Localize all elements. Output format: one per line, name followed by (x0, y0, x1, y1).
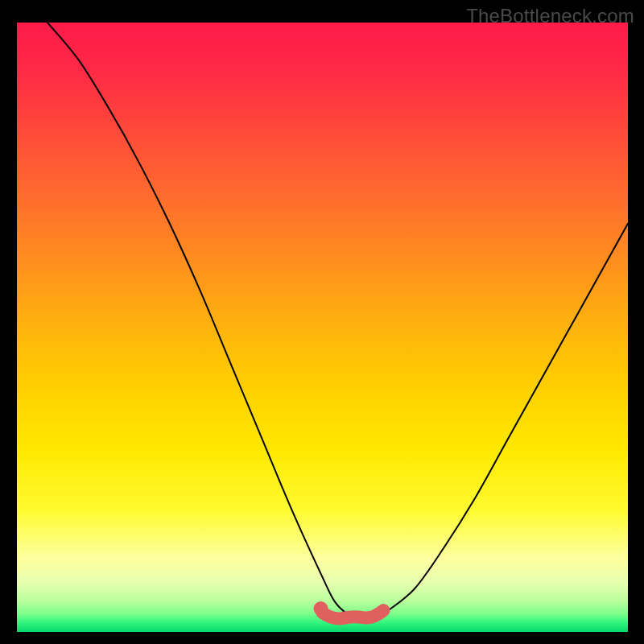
chart-frame: TheBottleneck.com (0, 0, 644, 644)
plot-area (17, 23, 628, 632)
curve-svg (17, 23, 628, 632)
optimal-zone-highlight (323, 610, 384, 618)
bottleneck-curve-line (47, 23, 628, 621)
watermark-text: TheBottleneck.com (466, 5, 634, 27)
optimal-start-dot (314, 601, 328, 616)
